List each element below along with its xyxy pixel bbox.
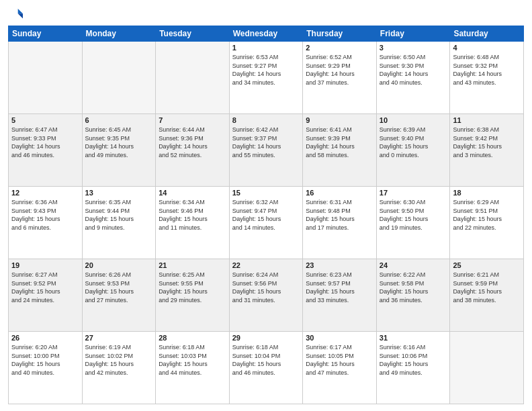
day-detail: Sunrise: 6:16 AM Sunset: 10:06 PM Daylig…	[380, 343, 447, 377]
day-number: 13	[85, 189, 153, 197]
svg-marker-1	[18, 13, 23, 18]
weekday-header: Sunday	[9, 26, 83, 42]
svg-marker-0	[18, 9, 23, 13]
calendar-day-cell: 10Sunrise: 6:39 AM Sunset: 9:40 PM Dayli…	[376, 114, 450, 187]
calendar-week-row: 12Sunrise: 6:36 AM Sunset: 9:43 PM Dayli…	[9, 187, 524, 259]
day-detail: Sunrise: 6:45 AM Sunset: 9:35 PM Dayligh…	[85, 126, 153, 159]
calendar-day-cell: 19Sunrise: 6:27 AM Sunset: 9:52 PM Dayli…	[9, 259, 83, 332]
calendar-day-cell: 23Sunrise: 6:23 AM Sunset: 9:57 PM Dayli…	[303, 259, 377, 332]
weekday-header: Thursday	[303, 26, 377, 42]
weekday-header: Friday	[376, 26, 450, 42]
calendar-day-cell: 24Sunrise: 6:22 AM Sunset: 9:58 PM Dayli…	[376, 259, 450, 332]
day-detail: Sunrise: 6:41 AM Sunset: 9:39 PM Dayligh…	[306, 126, 373, 159]
day-detail: Sunrise: 6:36 AM Sunset: 9:43 PM Dayligh…	[11, 198, 79, 232]
calendar-day-cell: 7Sunrise: 6:44 AM Sunset: 9:36 PM Daylig…	[156, 114, 230, 187]
header	[8, 7, 524, 21]
calendar-day-cell: 18Sunrise: 6:29 AM Sunset: 9:51 PM Dayli…	[450, 187, 524, 259]
day-detail: Sunrise: 6:44 AM Sunset: 9:36 PM Dayligh…	[159, 126, 226, 159]
day-number: 24	[380, 261, 447, 269]
day-number: 19	[11, 261, 79, 269]
day-detail: Sunrise: 6:24 AM Sunset: 9:56 PM Dayligh…	[232, 271, 300, 304]
calendar-week-row: 5Sunrise: 6:47 AM Sunset: 9:33 PM Daylig…	[9, 114, 524, 187]
calendar-day-cell	[82, 42, 156, 114]
day-detail: Sunrise: 6:25 AM Sunset: 9:55 PM Dayligh…	[159, 271, 226, 304]
calendar-day-cell: 30Sunrise: 6:17 AM Sunset: 10:05 PM Dayl…	[303, 332, 377, 404]
day-number: 3	[380, 44, 447, 52]
calendar-day-cell: 13Sunrise: 6:35 AM Sunset: 9:44 PM Dayli…	[82, 187, 156, 259]
day-number: 22	[232, 261, 300, 269]
calendar-day-cell	[156, 42, 230, 114]
calendar-day-cell: 26Sunrise: 6:20 AM Sunset: 10:00 PM Dayl…	[9, 332, 83, 404]
page: SundayMondayTuesdayWednesdayThursdayFrid…	[0, 0, 532, 411]
calendar-day-cell	[450, 332, 524, 404]
day-detail: Sunrise: 6:19 AM Sunset: 10:02 PM Daylig…	[85, 343, 153, 377]
day-number: 1	[232, 44, 300, 52]
day-number: 17	[380, 189, 447, 197]
calendar-day-cell: 29Sunrise: 6:18 AM Sunset: 10:04 PM Dayl…	[229, 332, 303, 404]
calendar-day-cell: 1Sunrise: 6:53 AM Sunset: 9:27 PM Daylig…	[229, 42, 303, 114]
calendar-week-row: 1Sunrise: 6:53 AM Sunset: 9:27 PM Daylig…	[9, 42, 524, 114]
day-number: 18	[453, 189, 521, 197]
calendar-day-cell: 12Sunrise: 6:36 AM Sunset: 9:43 PM Dayli…	[9, 187, 83, 259]
day-number: 16	[306, 189, 373, 197]
day-number: 2	[306, 44, 373, 52]
calendar-table: SundayMondayTuesdayWednesdayThursdayFrid…	[8, 26, 524, 404]
calendar-day-cell: 4Sunrise: 6:48 AM Sunset: 9:32 PM Daylig…	[450, 42, 524, 114]
day-detail: Sunrise: 6:23 AM Sunset: 9:57 PM Dayligh…	[306, 271, 373, 304]
day-detail: Sunrise: 6:29 AM Sunset: 9:51 PM Dayligh…	[453, 198, 521, 232]
day-number: 6	[85, 116, 153, 124]
calendar-day-cell: 31Sunrise: 6:16 AM Sunset: 10:06 PM Dayl…	[376, 332, 450, 404]
day-detail: Sunrise: 6:50 AM Sunset: 9:30 PM Dayligh…	[380, 53, 447, 87]
calendar-day-cell: 21Sunrise: 6:25 AM Sunset: 9:55 PM Dayli…	[156, 259, 230, 332]
day-detail: Sunrise: 6:26 AM Sunset: 9:53 PM Dayligh…	[85, 271, 153, 304]
day-number: 15	[232, 189, 300, 197]
day-detail: Sunrise: 6:32 AM Sunset: 9:47 PM Dayligh…	[232, 198, 300, 232]
day-number: 5	[11, 116, 79, 124]
day-detail: Sunrise: 6:48 AM Sunset: 9:32 PM Dayligh…	[453, 53, 521, 87]
day-number: 23	[306, 261, 373, 269]
day-number: 20	[85, 261, 153, 269]
day-detail: Sunrise: 6:27 AM Sunset: 9:52 PM Dayligh…	[11, 271, 79, 304]
logo-icon	[8, 7, 23, 21]
day-number: 25	[453, 261, 521, 269]
calendar-day-cell: 16Sunrise: 6:31 AM Sunset: 9:48 PM Dayli…	[303, 187, 377, 259]
day-number: 11	[453, 116, 521, 124]
day-detail: Sunrise: 6:38 AM Sunset: 9:42 PM Dayligh…	[453, 126, 521, 159]
calendar-week-row: 19Sunrise: 6:27 AM Sunset: 9:52 PM Dayli…	[9, 259, 524, 332]
calendar-day-cell: 27Sunrise: 6:19 AM Sunset: 10:02 PM Dayl…	[82, 332, 156, 404]
day-number: 10	[380, 116, 447, 124]
day-number: 14	[159, 189, 226, 197]
day-detail: Sunrise: 6:20 AM Sunset: 10:00 PM Daylig…	[11, 343, 79, 377]
calendar-day-cell: 9Sunrise: 6:41 AM Sunset: 9:39 PM Daylig…	[303, 114, 377, 187]
calendar-day-cell: 11Sunrise: 6:38 AM Sunset: 9:42 PM Dayli…	[450, 114, 524, 187]
day-detail: Sunrise: 6:22 AM Sunset: 9:58 PM Dayligh…	[380, 271, 447, 304]
calendar-week-row: 26Sunrise: 6:20 AM Sunset: 10:00 PM Dayl…	[9, 332, 524, 404]
logo	[8, 7, 26, 21]
calendar-day-cell: 22Sunrise: 6:24 AM Sunset: 9:56 PM Dayli…	[229, 259, 303, 332]
day-detail: Sunrise: 6:18 AM Sunset: 10:04 PM Daylig…	[232, 343, 300, 377]
calendar-day-cell: 5Sunrise: 6:47 AM Sunset: 9:33 PM Daylig…	[9, 114, 83, 187]
day-number: 30	[306, 334, 373, 342]
day-number: 8	[232, 116, 300, 124]
day-detail: Sunrise: 6:39 AM Sunset: 9:40 PM Dayligh…	[380, 126, 447, 159]
day-detail: Sunrise: 6:42 AM Sunset: 9:37 PM Dayligh…	[232, 126, 300, 159]
day-number: 31	[380, 334, 447, 342]
day-detail: Sunrise: 6:30 AM Sunset: 9:50 PM Dayligh…	[380, 198, 447, 232]
day-number: 21	[159, 261, 226, 269]
day-number: 9	[306, 116, 373, 124]
day-detail: Sunrise: 6:31 AM Sunset: 9:48 PM Dayligh…	[306, 198, 373, 232]
weekday-header: Tuesday	[156, 26, 230, 42]
calendar-day-cell: 14Sunrise: 6:34 AM Sunset: 9:46 PM Dayli…	[156, 187, 230, 259]
calendar-day-cell: 6Sunrise: 6:45 AM Sunset: 9:35 PM Daylig…	[82, 114, 156, 187]
calendar-day-cell: 8Sunrise: 6:42 AM Sunset: 9:37 PM Daylig…	[229, 114, 303, 187]
calendar-day-cell: 25Sunrise: 6:21 AM Sunset: 9:59 PM Dayli…	[450, 259, 524, 332]
day-detail: Sunrise: 6:52 AM Sunset: 9:29 PM Dayligh…	[306, 53, 373, 87]
calendar-day-cell: 20Sunrise: 6:26 AM Sunset: 9:53 PM Dayli…	[82, 259, 156, 332]
calendar-day-cell: 17Sunrise: 6:30 AM Sunset: 9:50 PM Dayli…	[376, 187, 450, 259]
day-detail: Sunrise: 6:34 AM Sunset: 9:46 PM Dayligh…	[159, 198, 226, 232]
calendar-day-cell: 3Sunrise: 6:50 AM Sunset: 9:30 PM Daylig…	[376, 42, 450, 114]
weekday-header: Monday	[82, 26, 156, 42]
day-detail: Sunrise: 6:47 AM Sunset: 9:33 PM Dayligh…	[11, 126, 79, 159]
calendar-day-cell: 15Sunrise: 6:32 AM Sunset: 9:47 PM Dayli…	[229, 187, 303, 259]
day-number: 7	[159, 116, 226, 124]
